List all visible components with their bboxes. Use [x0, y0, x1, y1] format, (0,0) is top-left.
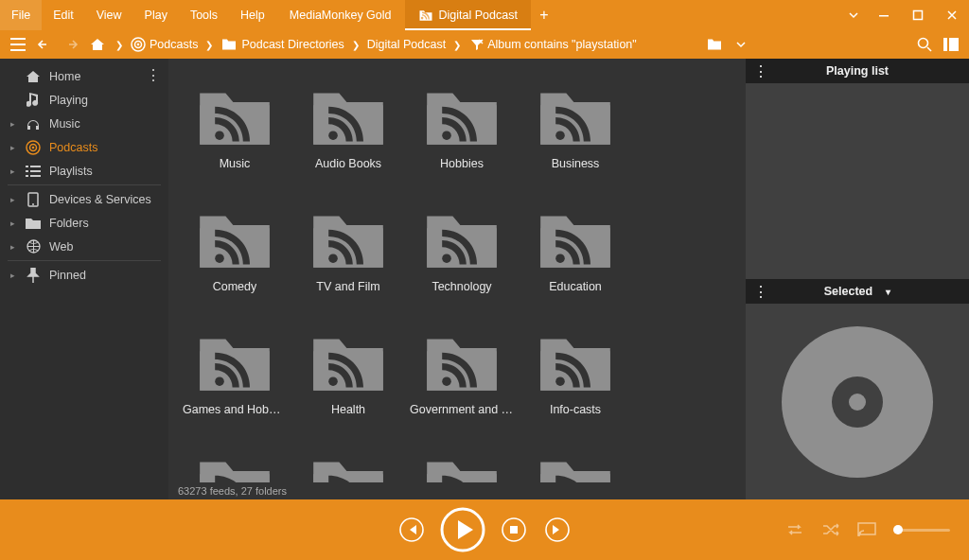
folder-rss-icon — [424, 210, 500, 271]
category-games-and-hobbies[interactable]: Games and Hobbies — [178, 320, 291, 443]
tab-label: Digital Podcast — [439, 9, 518, 22]
chevron-right-icon: ❯ — [114, 40, 125, 50]
svg-point-25 — [555, 376, 565, 386]
breadcrumb-podcasts[interactable]: Podcasts — [131, 37, 198, 52]
podcast-icon — [131, 37, 146, 52]
folder-rss-icon — [310, 456, 386, 482]
panel-menu-icon[interactable]: ⋮ — [753, 62, 768, 80]
stop-button[interactable] — [498, 514, 530, 546]
expand-icon: ▸ — [8, 119, 17, 129]
chevron-down-icon[interactable] — [731, 34, 751, 55]
sidebar-menu-icon[interactable]: ⋮ — [146, 66, 161, 84]
home-icon[interactable] — [87, 34, 108, 55]
menu-tools[interactable]: Tools — [179, 0, 229, 30]
close-button[interactable] — [935, 0, 969, 30]
svg-point-14 — [215, 131, 224, 140]
next-track-button[interactable] — [541, 514, 573, 546]
sidebar-item-playing[interactable]: Playing — [0, 88, 168, 112]
breadcrumb-directories[interactable]: Podcast Directories — [220, 38, 344, 51]
sidebar-item-label: Music — [49, 117, 80, 131]
category-label: TV and Film — [316, 280, 379, 293]
folder-rss-icon — [537, 210, 613, 271]
category-comedy[interactable]: Comedy — [178, 197, 291, 320]
sidebar-item-pinned[interactable]: ▸Pinned — [0, 263, 168, 287]
prev-track-button[interactable] — [396, 514, 428, 546]
list-icon — [25, 166, 42, 177]
layout-toggle-icon[interactable] — [941, 34, 961, 55]
svg-rect-39 — [858, 523, 875, 534]
sidebar-item-devices-services[interactable]: ▸Devices & Services — [0, 187, 168, 211]
expand-icon: ▸ — [8, 219, 17, 228]
tab-overflow-icon[interactable] — [840, 9, 867, 21]
cast-icon[interactable] — [857, 522, 876, 537]
hamburger-icon[interactable] — [8, 34, 28, 55]
category-label: Technology — [432, 280, 491, 293]
panel-menu-icon[interactable]: ⋮ — [753, 283, 768, 301]
folder-rss-icon — [310, 210, 386, 271]
play-button[interactable] — [439, 506, 486, 553]
sidebar-item-podcasts[interactable]: ▸Podcasts — [0, 135, 168, 159]
sidebar-item-label: Folders — [49, 217, 89, 230]
maximize-button[interactable] — [901, 0, 935, 30]
filter-chip[interactable]: Album contains "playstation" — [470, 38, 637, 51]
sidebar-item-folders[interactable]: ▸Folders — [0, 211, 168, 235]
sidebar-item-music[interactable]: ▸Music — [0, 112, 168, 135]
menu-help[interactable]: Help — [229, 0, 276, 30]
svg-point-21 — [555, 254, 565, 263]
tab-digital-podcast[interactable]: Digital Podcast — [405, 0, 531, 30]
selected-header[interactable]: ⋮ Selected ▾ — [746, 279, 969, 304]
breadcrumb-digital[interactable]: Digital Podcast — [367, 38, 446, 51]
minimize-button[interactable] — [867, 0, 901, 30]
folder-rss-icon — [424, 333, 500, 394]
panel-title: Selected — [824, 285, 872, 298]
sidebar-item-label: Pinned — [49, 269, 86, 282]
playing-list-header[interactable]: ⋮ Playing list — [746, 59, 969, 83]
home-icon — [25, 70, 42, 83]
category-business[interactable]: Business — [519, 74, 632, 197]
folder-nav-icon[interactable] — [704, 34, 725, 55]
repeat-icon[interactable] — [785, 522, 804, 537]
folder-rss-icon — [424, 456, 500, 482]
disc-icon — [782, 326, 933, 478]
sidebar-item-web[interactable]: ▸Web — [0, 235, 168, 258]
sidebar-item-home[interactable]: Home — [0, 64, 168, 88]
category-erotica[interactable]: Erotica — [405, 443, 519, 482]
svg-point-24 — [442, 376, 451, 386]
volume-slider[interactable] — [893, 529, 950, 532]
svg-point-18 — [215, 254, 224, 263]
folder-rss-icon — [310, 333, 386, 394]
shuffle-icon[interactable] — [821, 522, 840, 537]
svg-point-40 — [858, 534, 860, 536]
category-technology[interactable]: Technology — [405, 197, 519, 320]
category-label: Government and Organizations — [410, 403, 514, 416]
search-icon[interactable] — [914, 34, 935, 55]
category-label: Health — [331, 403, 365, 416]
svg-point-17 — [555, 131, 565, 140]
app-brand: MediaMonkey Gold — [276, 0, 405, 30]
menu-view[interactable]: View — [85, 0, 133, 30]
category-health[interactable]: Health — [291, 320, 405, 443]
category-info-casts[interactable]: Info-casts — [519, 320, 632, 443]
category-grid: MusicAudio BooksHobbiesBusinessComedyTV … — [168, 59, 746, 482]
folder-rss-icon — [537, 87, 613, 148]
undo-icon[interactable] — [34, 34, 55, 55]
category-hobbies[interactable]: Hobbies — [405, 74, 519, 197]
category-music[interactable]: Music — [178, 74, 291, 197]
category-item-[interactable] — [519, 443, 632, 482]
category-religion-and-spirituality[interactable]: Religion and Spirituality — [291, 443, 405, 482]
new-tab-button[interactable]: + — [531, 7, 557, 24]
folder-rss-icon — [424, 87, 500, 148]
svg-rect-1 — [914, 11, 923, 20]
menu-file[interactable]: File — [0, 0, 42, 30]
menu-play[interactable]: Play — [133, 0, 179, 30]
sidebar-item-playlists[interactable]: ▸Playlists — [0, 159, 168, 183]
category-tv-and-film[interactable]: TV and Film — [291, 197, 405, 320]
category-audio-books[interactable]: Audio Books — [291, 74, 405, 197]
menu-edit[interactable]: Edit — [42, 0, 85, 30]
status-bar: 63273 feeds, 27 folders — [168, 482, 746, 499]
category-government-and-organizations[interactable]: Government and Organizations — [405, 320, 519, 443]
redo-icon[interactable] — [61, 34, 81, 55]
category-radio[interactable]: Radio — [178, 443, 291, 482]
category-education[interactable]: Education — [519, 197, 632, 320]
svg-rect-37 — [510, 526, 518, 534]
